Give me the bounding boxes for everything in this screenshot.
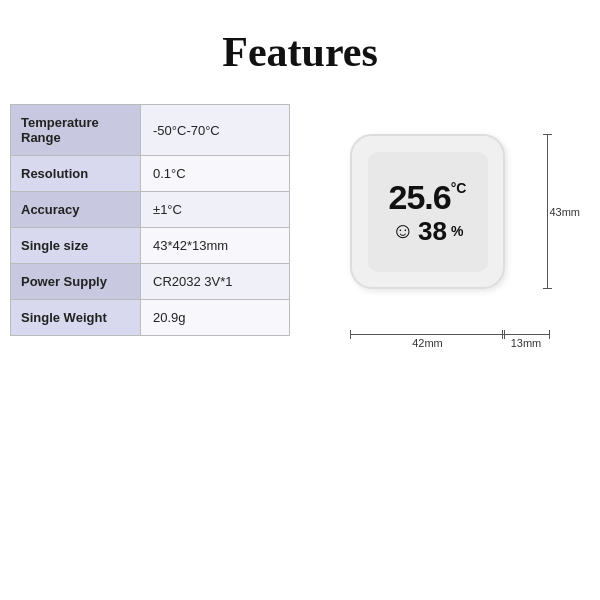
table-row: Single size43*42*13mm [11, 228, 290, 264]
humidity-display: 38 [418, 218, 447, 244]
dim-width-container: 42mm [350, 334, 505, 349]
specs-table: Temperature Range-50°C-70°CResolution0.1… [10, 104, 290, 336]
spec-value: 0.1°C [141, 156, 290, 192]
dim-height-line [547, 134, 548, 289]
spec-value: ±1°C [141, 192, 290, 228]
table-row: Power SupplyCR2032 3V*1 [11, 264, 290, 300]
dim-height-label: 43mm [549, 206, 580, 218]
spec-label: Single Weight [11, 300, 141, 336]
humidity-unit: % [451, 223, 463, 239]
spec-value: 20.9g [141, 300, 290, 336]
dim-depth-tick-left [502, 330, 503, 339]
spec-label: Temperature Range [11, 105, 141, 156]
spec-value: 43*42*13mm [141, 228, 290, 264]
dim-height-tick-top [543, 134, 552, 135]
device-wrapper: 25.6 °C ☺ 38 % 43mm [340, 114, 550, 354]
temp-unit: °C [451, 180, 467, 196]
spec-label: Single size [11, 228, 141, 264]
dim-depth-container: 13mm [502, 334, 550, 349]
device-screen: 25.6 °C ☺ 38 % [368, 152, 488, 272]
spec-label: Power Supply [11, 264, 141, 300]
table-row: Resolution0.1°C [11, 156, 290, 192]
dim-width-line [350, 334, 505, 335]
spec-value: -50°C-70°C [141, 105, 290, 156]
table-row: Accuracy±1°C [11, 192, 290, 228]
device-body: 25.6 °C ☺ 38 % [350, 134, 505, 289]
page-title: Features [0, 0, 600, 94]
temperature-display: 25.6 [389, 180, 451, 214]
device-area: 25.6 °C ☺ 38 % 43mm [310, 104, 580, 354]
spec-value: CR2032 3V*1 [141, 264, 290, 300]
dim-height-tick-bottom [543, 288, 552, 289]
dim-depth-label: 13mm [502, 337, 550, 349]
table-row: Single Weight20.9g [11, 300, 290, 336]
dim-width-tick-left [350, 330, 351, 339]
dim-width-label: 42mm [350, 337, 505, 349]
dim-depth-line [502, 334, 550, 335]
dim-depth-tick-right [549, 330, 550, 339]
temp-row: 25.6 °C [389, 180, 467, 214]
page: Features Temperature Range-50°C-70°CReso… [0, 0, 600, 600]
content-area: Temperature Range-50°C-70°CResolution0.1… [0, 94, 600, 364]
humidity-row: ☺ 38 % [392, 218, 464, 244]
table-row: Temperature Range-50°C-70°C [11, 105, 290, 156]
smiley-icon: ☺ [392, 220, 414, 242]
spec-label: Accuracy [11, 192, 141, 228]
spec-label: Resolution [11, 156, 141, 192]
